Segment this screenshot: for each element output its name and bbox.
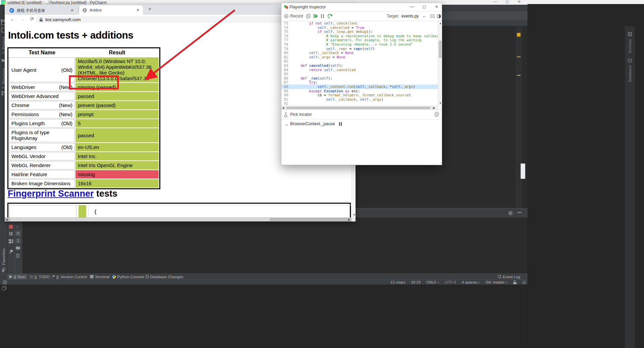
- restore-window-icon[interactable]: [2, 286, 6, 290]
- step-over-icon[interactable]: [328, 14, 333, 18]
- status-line-ending[interactable]: CRLF⇕: [426, 280, 439, 284]
- tab-close-icon[interactable]: ✕: [70, 8, 74, 13]
- status-encoding[interactable]: UTF-8: [445, 280, 456, 284]
- record-label[interactable]: Record: [290, 14, 303, 18]
- toolwindow-run-button[interactable]: 4: Run: [7, 274, 27, 279]
- toolwindow-python-console-button[interactable]: Python Console: [110, 274, 146, 279]
- status-grid-icon[interactable]: [3, 281, 7, 284]
- test-tag: (Old): [61, 120, 72, 126]
- call-log-row: ⌄ BrowserContext._pause: [281, 120, 442, 129]
- pycharm-window-title: untitled [E:\untitled] - ...\Test\test.p…: [7, 0, 107, 5]
- tab-close-icon[interactable]: ✕: [136, 8, 140, 12]
- pause-button[interactable]: [9, 232, 13, 236]
- fingerprint-name-cell: [9, 205, 76, 217]
- scroll-up-arrow[interactable]: ▲: [439, 22, 442, 25]
- copy-icon[interactable]: [306, 14, 310, 18]
- rerun-button[interactable]: ⟳: [15, 231, 21, 236]
- status-git-branch[interactable]: Git: master⇕: [486, 280, 507, 284]
- toolwindow-database[interactable]: Database: [628, 65, 632, 82]
- stop-button[interactable]: [9, 225, 13, 229]
- scroll-right-arrow[interactable]: ▶: [348, 218, 350, 221]
- scroll-right-arrow[interactable]: ▶: [433, 106, 435, 109]
- database-icon[interactable]: [628, 58, 632, 63]
- reload-button[interactable]: ⟳: [30, 16, 34, 21]
- target-select[interactable]: events.py: [401, 14, 419, 18]
- chevron-down-icon[interactable]: ⌄: [285, 121, 288, 127]
- error-stripe-dash[interactable]: [517, 56, 521, 57]
- copy-icon[interactable]: [435, 112, 439, 117]
- inspector-close-button[interactable]: ✕: [435, 4, 438, 9]
- sciview-icon[interactable]: [628, 32, 632, 36]
- code-line: 91 self._callback, self._args): [281, 97, 438, 102]
- error-stripe-dash[interactable]: [517, 75, 521, 76]
- code-editor[interactable]: 73 if not self._cancelled:74 self._cance…: [281, 21, 438, 106]
- menu-sliver[interactable]: Fil: [1, 19, 5, 23]
- toolwindow-vcs-button[interactable]: 9: Version Control: [50, 274, 89, 279]
- pin-icon[interactable]: [9, 250, 13, 254]
- status-caret-position[interactable]: 33:23: [411, 280, 421, 284]
- new-tab-button[interactable]: +: [148, 6, 151, 12]
- fingerprint-scanner-link[interactable]: Fingerprint Scanner: [8, 189, 94, 199]
- code-line: 89 except Exception as exc:: [281, 89, 438, 93]
- toolwindow-favorites[interactable]: 2: Favorites: [2, 248, 6, 269]
- record-icon[interactable]: [284, 14, 288, 18]
- hide-toolwindow-icon[interactable]: [518, 212, 522, 213]
- inspector-minimize-button[interactable]: —: [410, 4, 414, 9]
- code-vertical-scrollbar[interactable]: ▲ ▼: [438, 21, 442, 106]
- trash-icon[interactable]: [16, 253, 20, 258]
- line-number: 74: [281, 26, 292, 30]
- back-button[interactable]: ←: [10, 16, 15, 22]
- gear-icon[interactable]: [508, 211, 513, 215]
- hector-inspector-icon[interactable]: [522, 281, 526, 284]
- toolwindow-todo-button[interactable]: 6: TODO: [28, 274, 52, 279]
- toolwindow-terminal-button[interactable]: Terminal: [88, 274, 111, 279]
- scroll-down-arrow[interactable]: ▼: [353, 213, 356, 216]
- event-log-button[interactable]: Event Log: [496, 274, 522, 279]
- toolwindow-sciview[interactable]: SciView: [628, 39, 632, 53]
- scrollbar-thumb[interactable]: [286, 107, 430, 109]
- scroll-down-arrow[interactable]: ▼: [439, 102, 442, 105]
- status-indent[interactable]: 4 spaces⇕: [462, 280, 480, 284]
- pick-locator-row: Pick locator: [281, 109, 442, 119]
- test-result: present (passed): [75, 101, 159, 109]
- pycharm-minimize-button[interactable]: —: [493, 0, 497, 4]
- restore-layout-button[interactable]: [9, 239, 13, 243]
- browser-tab-ctrip[interactable]: 携程-手机号查单 ✕: [6, 6, 77, 15]
- lock-icon: [40, 18, 43, 21]
- scroll-left-arrow[interactable]: ◀: [282, 106, 284, 109]
- table-row: Chrome(New) present (passed): [9, 101, 159, 109]
- pycharm-maximize-button[interactable]: ◻: [505, 0, 509, 4]
- pause-icon[interactable]: [321, 14, 324, 18]
- resume-icon[interactable]: [314, 14, 318, 18]
- inspector-maximize-button[interactable]: ◻: [423, 4, 426, 9]
- print-button[interactable]: [16, 246, 20, 250]
- code-line: 86 def _run(self):: [281, 76, 438, 81]
- test-name: WebDriver: [11, 84, 35, 90]
- pick-locator-icon[interactable]: [284, 112, 288, 117]
- scroll-to-end-button[interactable]: ↧: [15, 238, 21, 244]
- down-arrow-icon[interactable]: ↓: [16, 223, 18, 229]
- browser-tab-antibot[interactable]: Antibot ✕: [79, 5, 143, 15]
- inspector-title: Playwright Inspector: [289, 5, 326, 9]
- chevron-down-icon[interactable]: ⌄: [422, 13, 426, 18]
- pycharm-close-button[interactable]: ✕: [518, 0, 521, 4]
- clear-log-icon[interactable]: [430, 14, 435, 18]
- scrollbar-thumb[interactable]: [10, 218, 270, 221]
- pick-locator-label[interactable]: Pick locator: [290, 112, 312, 117]
- code-horizontal-scrollbar[interactable]: ◀ ▶: [281, 106, 438, 109]
- theme-toggle-icon[interactable]: [437, 14, 441, 18]
- error-stripe-marker[interactable]: [517, 33, 521, 37]
- toolwindow-database-changes-button[interactable]: Database Changes: [144, 274, 185, 279]
- scrollbar-thumb[interactable]: [439, 41, 442, 58]
- scroll-left-arrow[interactable]: ◀: [6, 218, 8, 221]
- lock-icon[interactable]: [513, 281, 517, 284]
- status-selection-chars[interactable]: 12 chars: [390, 280, 405, 284]
- star-icon[interactable]: ★: [1, 268, 5, 273]
- code-line: 78 # "Executing <Handle...> took 2.5 sec…: [281, 42, 438, 47]
- code-line: 88 self._context.run(self._callback, *se…: [281, 85, 438, 89]
- globe-favicon: [83, 8, 87, 12]
- line-number: 91: [281, 97, 292, 102]
- forward-button[interactable]: →: [20, 16, 25, 22]
- browser-horizontal-scrollbar[interactable]: ◀ ▶: [5, 217, 352, 221]
- call-log-entry[interactable]: BrowserContext._pause: [290, 121, 335, 126]
